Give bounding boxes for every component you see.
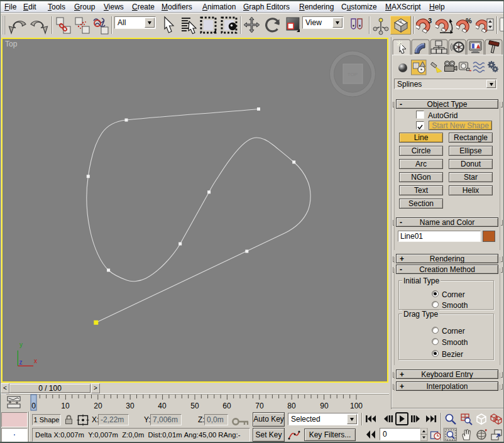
svg-text:30: 30 <box>126 402 134 410</box>
svg-text:20: 20 <box>94 402 102 410</box>
svg-text:10: 10 <box>61 402 70 410</box>
svg-text:TOP: TOP <box>348 72 358 77</box>
svg-text:0: 0 <box>31 402 36 410</box>
svg-text:100: 100 <box>350 402 363 410</box>
svg-text:%: % <box>466 17 472 25</box>
svg-text:x: x <box>34 358 37 364</box>
svg-text:3: 3 <box>428 17 432 25</box>
svg-text:z: z <box>19 359 23 366</box>
svg-text:y: y <box>19 341 23 348</box>
svg-text:60: 60 <box>222 402 231 410</box>
svg-text:80: 80 <box>287 402 296 410</box>
svg-text:70: 70 <box>255 402 264 410</box>
svg-text:50: 50 <box>190 402 199 410</box>
svg-text:40: 40 <box>158 402 167 410</box>
svg-text:90: 90 <box>320 402 329 410</box>
